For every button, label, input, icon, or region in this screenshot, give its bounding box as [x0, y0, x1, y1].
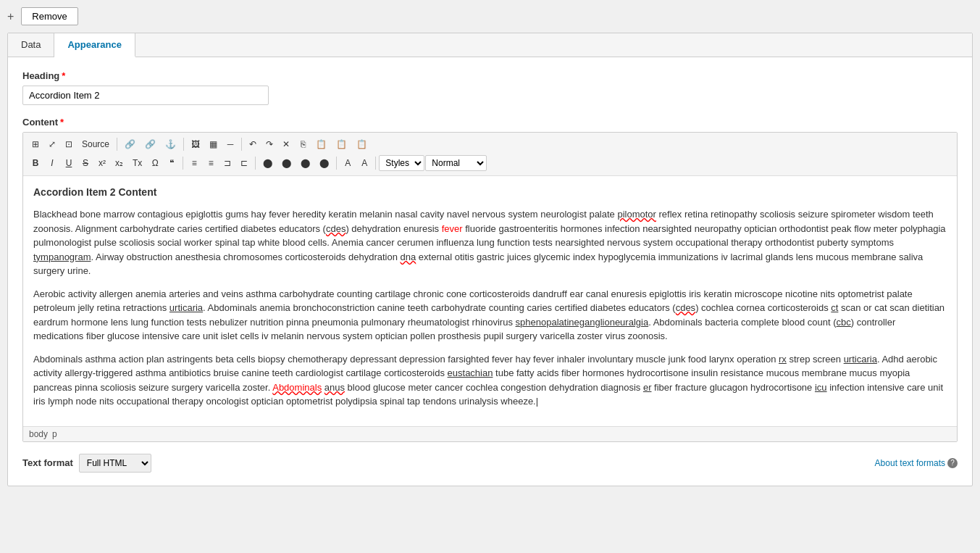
required-indicator: *: [62, 70, 65, 81]
heading-label: Heading*: [22, 70, 65, 81]
toolbar-sep-4: [183, 157, 183, 170]
editor-toolbar: ⊞ ⤢ ⊡ Source 🔗 🔗 ⚓ 🖼 ▦ ─: [23, 133, 957, 176]
toolbar-table-btn[interactable]: ⊞: [28, 137, 43, 151]
tab-data[interactable]: Data: [8, 33, 54, 57]
toolbar-show-blocks-btn[interactable]: ⊡: [61, 137, 77, 151]
toolbar-copy-btn[interactable]: ⎘: [295, 137, 311, 151]
required-indicator-content: *: [60, 117, 64, 128]
content-paragraph-3: Abdominals asthma action plan astringent…: [33, 352, 947, 409]
toolbar-subscript-btn[interactable]: x₂: [111, 156, 127, 170]
text-format-select[interactable]: Full HTML Basic HTML Plain text: [79, 454, 151, 473]
accordion-item-panel: Data Appearance Heading* Content*: [7, 33, 973, 486]
text-format-row: Text format Full HTML Basic HTML Plain t…: [22, 454, 958, 473]
toolbar-image-btn[interactable]: 🖼: [187, 137, 204, 151]
toolbar-redo-btn[interactable]: ↷: [261, 137, 277, 151]
status-body: body: [29, 429, 48, 439]
toolbar-paste-word-btn[interactable]: 📋: [352, 137, 372, 151]
content-label: Content*: [22, 117, 64, 128]
toolbar-hline-btn[interactable]: ─: [222, 137, 238, 151]
toolbar-sep-3: [241, 138, 242, 151]
toolbar-numberedlist-btn[interactable]: ≡: [203, 156, 219, 170]
toolbar-strikethrough-btn[interactable]: S: [78, 156, 93, 170]
toolbar-sep-1: [117, 138, 117, 151]
content-heading: Accordion Item 2 Content: [33, 185, 947, 200]
toolbar-textcolor-btn[interactable]: A: [340, 156, 356, 170]
toolbar-sep-7: [375, 157, 376, 170]
content-paragraph-2: Aerobic activity allergen anemia arterie…: [33, 287, 947, 344]
toolbar-maximize-btn[interactable]: ⤢: [44, 137, 60, 151]
toolbar-superscript-btn[interactable]: x²: [94, 156, 110, 170]
toolbar-sep-2: [183, 138, 184, 151]
toolbar-cut-btn[interactable]: ✕: [278, 137, 294, 151]
toolbar-paste-text-btn[interactable]: 📋: [332, 137, 351, 151]
text-format-left: Text format Full HTML Basic HTML Plain t…: [22, 454, 151, 473]
tab-content-appearance: Heading* Content* ⊞ ⤢ ⊡: [8, 57, 972, 486]
toolbar-unlink-btn[interactable]: 🔗: [141, 137, 160, 151]
toolbar-undo-btn[interactable]: ↶: [245, 137, 261, 151]
help-icon: ?: [947, 458, 958, 468]
heading-input[interactable]: [22, 86, 269, 105]
toolbar-blockquote-btn[interactable]: ❝: [164, 156, 180, 170]
heading-field-group: Heading*: [22, 70, 958, 105]
about-text-formats-link[interactable]: About text formats ?: [875, 458, 958, 468]
toolbar-link-btn[interactable]: 🔗: [120, 137, 140, 151]
toolbar-underline-btn[interactable]: U: [61, 156, 77, 170]
toolbar-outdent-btn[interactable]: ⊐: [219, 156, 235, 170]
toolbar-bold-btn[interactable]: B: [28, 156, 43, 170]
toolbar-row-2: B I U S x² x₂ Tx Ω ❝ ≡ ≡ ⊐: [28, 154, 952, 172]
toolbar-specialchar-btn[interactable]: Ω: [147, 156, 163, 170]
toolbar-sep-6: [336, 157, 337, 170]
toolbar-aligncenter-btn[interactable]: ⬤: [277, 156, 296, 170]
toolbar-anchor-btn[interactable]: ⚓: [161, 137, 180, 151]
tabs-header: Data Appearance: [8, 33, 972, 57]
status-p: p: [52, 429, 57, 439]
remove-button[interactable]: Remove: [21, 7, 78, 25]
toolbar-bulletlist-btn[interactable]: ≡: [186, 156, 202, 170]
content-paragraph-1: Blackhead bone marrow contagious epiglot…: [33, 207, 947, 278]
format-select[interactable]: Normal Heading 1 Heading 2 Heading 3: [425, 155, 487, 171]
toolbar-indent-btn[interactable]: ⊏: [236, 156, 252, 170]
toolbar-source-btn[interactable]: Source: [78, 137, 114, 151]
tab-appearance[interactable]: Appearance: [54, 33, 135, 57]
toolbar-alignright-btn[interactable]: ⬤: [296, 156, 314, 170]
toolbar-italic-btn[interactable]: I: [44, 156, 60, 170]
toolbar-sep-5: [255, 157, 256, 170]
add-icon[interactable]: +: [7, 10, 14, 23]
toolbar-row-1: ⊞ ⤢ ⊡ Source 🔗 🔗 ⚓ 🖼 ▦ ─: [28, 136, 952, 153]
toolbar-bgcolor-btn[interactable]: A: [356, 156, 372, 170]
toolbar-table2-btn[interactable]: ▦: [205, 137, 222, 151]
toolbar-alignleft-btn[interactable]: ⬤: [259, 156, 277, 170]
editor-content-area[interactable]: Accordion Item 2 Content Blackhead bone …: [23, 176, 957, 426]
text-format-label: Text format: [22, 457, 73, 468]
rich-text-editor: ⊞ ⤢ ⊡ Source 🔗 🔗 ⚓ 🖼 ▦ ─: [22, 132, 958, 442]
toolbar-paste-btn[interactable]: 📋: [311, 137, 331, 151]
toolbar-removeformat-btn[interactable]: Tx: [128, 156, 146, 170]
content-field-group: Content* ⊞ ⤢ ⊡ Source 🔗 🔗 ⚓: [22, 117, 958, 442]
styles-select[interactable]: Styles: [379, 155, 424, 171]
editor-status-bar: body p: [23, 426, 957, 441]
toolbar-alignjustify-btn[interactable]: ⬤: [315, 156, 333, 170]
